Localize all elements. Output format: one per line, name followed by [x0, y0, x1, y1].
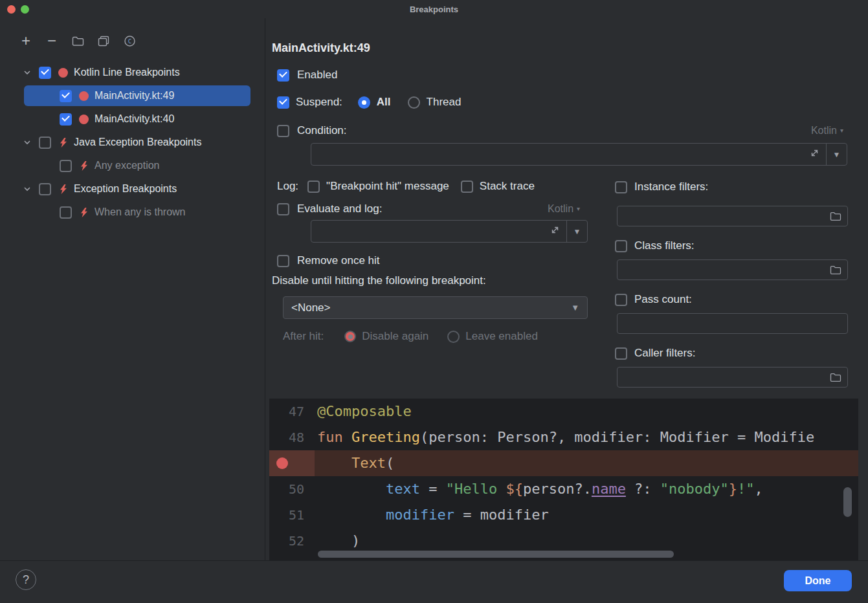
chevron-down-icon: ▼: [573, 227, 581, 236]
chevron-down-icon[interactable]: [23, 138, 31, 146]
remove-breakpoint-button[interactable]: −: [45, 34, 58, 47]
code-token: (person: Person?, modifier: Modifier = M…: [420, 429, 814, 445]
vertical-scrollbar-thumb[interactable]: [843, 487, 852, 517]
suspend-all-radio[interactable]: [358, 96, 370, 109]
folder-icon[interactable]: [830, 265, 841, 275]
tree-item-mainactivity-40[interactable]: MainActivity.kt:40: [0, 107, 265, 131]
code-text: ): [315, 528, 858, 554]
breakpoint-dot-icon[interactable]: [276, 457, 288, 469]
code-text: modifier = modifier: [315, 502, 858, 528]
evaluate-history-dropdown[interactable]: ▼: [566, 221, 587, 242]
titlebar: Breakpoints: [0, 0, 868, 18]
code-token: Text: [351, 455, 386, 471]
tree-label: When any is thrown: [95, 206, 186, 218]
code-token: ,: [755, 481, 763, 497]
tree-group-java-exception-breakpoints[interactable]: Java Exception Breakpoints: [0, 131, 265, 154]
condition-label: Condition:: [297, 124, 347, 137]
code-line-breakpoint: Text(: [269, 450, 858, 476]
after-hit-label: After hit:: [283, 330, 324, 343]
combobox-value: <None>: [291, 302, 331, 314]
breakpoint-gutter[interactable]: [269, 450, 315, 476]
group-checkbox[interactable]: [39, 67, 51, 79]
chevron-down-icon: ▾: [840, 127, 843, 134]
tree-item-any-exception[interactable]: Any exception: [0, 154, 265, 177]
disable-again-label: Disable again: [362, 330, 428, 343]
item-checkbox[interactable]: [60, 160, 72, 172]
code-preview: 47 @Composable 48 fun Greeting(person: P…: [269, 399, 858, 560]
chevron-down-icon: ▼: [571, 303, 579, 312]
tree-label: MainActivity.kt:40: [95, 113, 174, 125]
footer-divider: [0, 560, 868, 561]
window-close-button[interactable]: [7, 5, 16, 14]
group-checkbox[interactable]: [39, 137, 51, 149]
class-filters-checkbox[interactable]: [615, 240, 627, 252]
code-token: fun: [317, 429, 351, 445]
code-token: modifier: [386, 507, 454, 523]
pass-count-checkbox[interactable]: [615, 294, 627, 306]
pass-count-input[interactable]: [617, 313, 848, 334]
line-number: 51: [269, 502, 315, 528]
instance-filters-input[interactable]: [617, 206, 848, 226]
stack-trace-checkbox[interactable]: [461, 181, 473, 193]
class-filters-input[interactable]: [617, 259, 848, 280]
instance-filters-checkbox[interactable]: [615, 181, 627, 193]
done-button[interactable]: Done: [784, 570, 852, 591]
class-filters-row: Class filters:: [615, 239, 695, 253]
remove-once-checkbox[interactable]: [277, 255, 289, 267]
suspend-thread-radio[interactable]: [408, 96, 420, 109]
exception-breakpoint-icon: [79, 207, 89, 218]
window-zoom-button[interactable]: [21, 5, 29, 14]
group-by-class-button[interactable]: C: [123, 34, 136, 47]
evaluate-checkbox[interactable]: [277, 203, 289, 215]
chevron-down-icon: ▾: [577, 206, 580, 212]
chevron-down-icon[interactable]: [23, 69, 31, 76]
caller-filters-checkbox[interactable]: [615, 347, 627, 360]
group-by-file-button[interactable]: [71, 34, 84, 47]
evaluate-language-selector[interactable]: Kotlin ▾: [548, 203, 580, 215]
evaluate-input[interactable]: ▼: [311, 220, 588, 243]
expand-editor-icon[interactable]: [810, 148, 819, 161]
enabled-label: Enabled: [297, 69, 337, 82]
tree-group-exception-breakpoints[interactable]: Exception Breakpoints: [0, 177, 265, 201]
disable-until-combobox[interactable]: <None> ▼: [283, 296, 588, 319]
code-token: =: [454, 507, 480, 523]
code-text: @Composable: [315, 399, 858, 424]
group-checkbox[interactable]: [39, 183, 51, 195]
code-token: person?.: [523, 481, 592, 497]
item-checkbox[interactable]: [60, 206, 72, 219]
evaluate-row: Evaluate and log:: [277, 202, 382, 216]
code-line: 51 modifier = modifier: [269, 502, 858, 528]
item-checkbox[interactable]: [60, 90, 72, 102]
help-button[interactable]: ?: [16, 569, 36, 590]
code-token: name: [592, 481, 626, 497]
code-token: =: [420, 481, 446, 497]
line-number: 48: [269, 424, 315, 450]
expand-editor-icon[interactable]: [550, 225, 560, 238]
breakpoint-tree: Kotlin Line Breakpoints MainActivity.kt:…: [0, 61, 265, 224]
log-message-checkbox[interactable]: [307, 181, 320, 193]
enabled-checkbox[interactable]: [277, 69, 289, 82]
line-breakpoint-icon: [58, 68, 68, 78]
caller-filters-input[interactable]: [617, 367, 848, 388]
add-breakpoint-button[interactable]: +: [19, 34, 32, 47]
folder-icon[interactable]: [830, 212, 841, 221]
code-token: !": [737, 481, 755, 497]
folder-icon[interactable]: [830, 373, 841, 382]
tree-item-mainactivity-49[interactable]: MainActivity.kt:49: [0, 84, 265, 107]
chevron-down-icon[interactable]: [23, 185, 31, 193]
condition-input[interactable]: ▼: [311, 143, 847, 166]
item-checkbox[interactable]: [60, 113, 72, 126]
breakpoint-detail-panel: MainActivity.kt:49 Enabled Suspend: All …: [265, 18, 868, 399]
condition-checkbox[interactable]: [277, 125, 289, 137]
suspend-checkbox[interactable]: [277, 96, 289, 109]
condition-history-dropdown[interactable]: ▼: [826, 144, 847, 165]
move-to-group-button[interactable]: [97, 34, 110, 47]
caller-filters-label: Caller filters:: [634, 347, 695, 360]
line-breakpoint-icon: [79, 91, 89, 101]
code-token: }: [729, 481, 737, 497]
tree-item-when-any-is-thrown[interactable]: When any is thrown: [0, 201, 265, 224]
tree-label: Kotlin Line Breakpoints: [74, 67, 180, 78]
condition-language-selector[interactable]: Kotlin ▾: [811, 125, 843, 137]
horizontal-scrollbar-thumb[interactable]: [318, 551, 674, 558]
tree-group-kotlin-line-breakpoints[interactable]: Kotlin Line Breakpoints: [0, 61, 265, 84]
